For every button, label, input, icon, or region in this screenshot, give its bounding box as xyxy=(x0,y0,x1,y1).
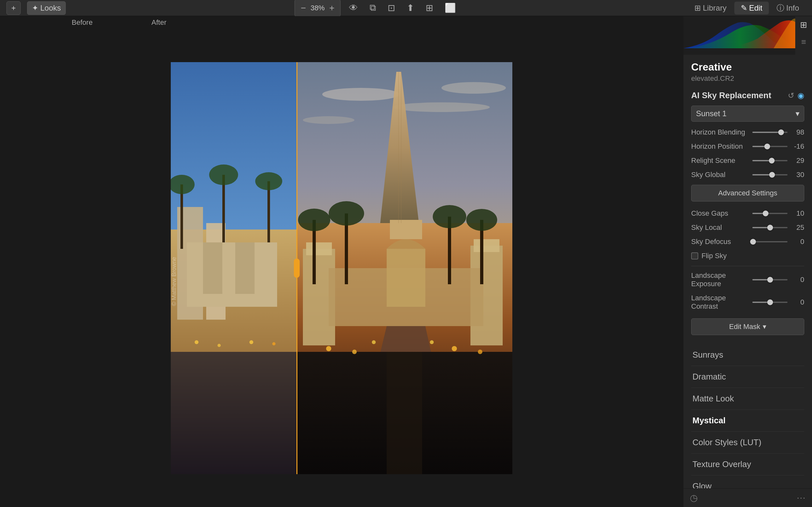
landscape-contrast-track[interactable] xyxy=(752,299,788,305)
svg-rect-44 xyxy=(387,352,422,474)
flip-sky-checkbox[interactable] xyxy=(691,252,698,260)
edit-mask-arrow-icon: ▾ xyxy=(763,323,766,331)
before-after-labels: Before After xyxy=(0,16,683,29)
close-gaps-track[interactable] xyxy=(752,210,788,217)
svg-rect-29 xyxy=(306,242,332,255)
after-photo-svg xyxy=(296,62,512,474)
sky-local-track[interactable] xyxy=(752,224,788,231)
advanced-settings-button[interactable]: Advanced Settings xyxy=(691,185,804,202)
zoom-control[interactable]: − 38% + xyxy=(295,0,341,17)
horizon-blending-row: Horizon Blending 98 xyxy=(691,128,804,136)
flip-sky-row[interactable]: Flip Sky xyxy=(691,252,804,260)
sky-dropdown-label: Sunset 1 xyxy=(696,109,727,118)
toolbar: + ✦ Looks − 38% + 👁 ⧉ ⊡ ⬆ ⊞ ⬜ ⊞ Library … xyxy=(0,0,812,16)
reset-button[interactable]: ↺ xyxy=(788,91,794,100)
view-button[interactable]: 👁 xyxy=(346,1,361,15)
library-tab[interactable]: ⊞ Library xyxy=(688,2,733,14)
zoom-in-button[interactable]: + xyxy=(326,1,338,15)
add-button[interactable]: + xyxy=(6,1,20,15)
panel-icon-strip: ⊞ ≡ xyxy=(795,16,812,55)
svg-point-39 xyxy=(433,205,466,228)
zoom-value: 38% xyxy=(311,4,325,12)
sky-local-value: 25 xyxy=(790,223,804,232)
creative-item-dramatic[interactable]: Dramatic xyxy=(691,366,804,388)
edit-tab[interactable]: ✎ Edit xyxy=(734,2,769,14)
svg-point-35 xyxy=(298,209,330,231)
relight-scene-value: 29 xyxy=(790,157,804,165)
bottom-icons: ◷ ⋯ xyxy=(683,488,812,507)
edit-mask-button[interactable]: Edit Mask ▾ xyxy=(691,318,804,335)
landscape-exposure-track[interactable] xyxy=(752,277,788,283)
svg-point-20 xyxy=(393,102,490,112)
sky-defocus-row: Sky Defocus 0 xyxy=(691,237,804,246)
zoom-out-button[interactable]: − xyxy=(297,1,309,15)
photo-area: Before After xyxy=(0,16,683,507)
close-gaps-label: Close Gaps xyxy=(691,209,752,218)
sky-global-label: Sky Global xyxy=(691,171,752,179)
before-label: Before xyxy=(19,18,145,27)
svg-point-15 xyxy=(217,344,221,347)
svg-rect-25 xyxy=(390,220,422,239)
horizon-position-track[interactable] xyxy=(752,143,788,150)
compare-button[interactable]: ⧉ xyxy=(366,1,379,15)
horizon-blending-track[interactable] xyxy=(752,129,788,135)
after-label: After xyxy=(145,18,166,27)
svg-point-49 xyxy=(372,340,376,344)
sky-defocus-track[interactable] xyxy=(752,238,788,245)
sky-global-row: Sky Global 30 xyxy=(691,171,804,179)
share-button[interactable]: ⬆ xyxy=(403,1,417,15)
creative-item-matte-look[interactable]: Matte Look xyxy=(691,388,804,410)
sky-dropdown[interactable]: Sunset 1 ▾ xyxy=(691,106,804,122)
sky-local-row: Sky Local 25 xyxy=(691,223,804,232)
info-icon: ⓘ xyxy=(776,3,784,13)
feature-controls: ↺ ◉ xyxy=(788,91,804,100)
svg-point-16 xyxy=(249,340,253,344)
sky-defocus-value: 0 xyxy=(790,237,804,246)
svg-rect-10 xyxy=(187,242,277,307)
creative-item-mystical[interactable]: Mystical xyxy=(691,410,804,432)
svg-rect-11 xyxy=(203,242,222,294)
info-tab[interactable]: ⓘ Info xyxy=(770,1,806,15)
crop-button[interactable]: ⊡ xyxy=(385,1,398,15)
svg-point-45 xyxy=(326,346,331,351)
sky-local-label: Sky Local xyxy=(691,223,752,232)
before-photo-svg xyxy=(171,62,296,474)
edit-label: Edit xyxy=(749,4,762,12)
advanced-settings-label: Advanced Settings xyxy=(718,189,777,197)
creative-item-color-styles[interactable]: Color Styles (LUT) xyxy=(691,432,804,454)
horizon-position-label: Horizon Position xyxy=(691,142,752,151)
histogram-area: ⊞ ≡ xyxy=(683,16,812,55)
svg-point-17 xyxy=(272,342,275,345)
sliders-icon[interactable]: ≡ xyxy=(801,37,806,47)
relight-scene-track[interactable] xyxy=(752,157,788,164)
svg-rect-12 xyxy=(235,242,255,294)
divider-1 xyxy=(691,266,804,266)
sky-defocus-label: Sky Defocus xyxy=(691,237,752,246)
toggle-button[interactable]: ◉ xyxy=(798,91,804,100)
photo-container[interactable]: © Matthew Browne xyxy=(0,29,683,507)
history-icon[interactable]: ◷ xyxy=(690,493,698,503)
split-handle[interactable] xyxy=(294,259,300,278)
creative-item-glow[interactable]: Glow xyxy=(691,475,804,488)
more-icon[interactable]: ⋯ xyxy=(797,493,806,503)
sky-global-track[interactable] xyxy=(752,172,788,178)
creative-list: Sunrays Dramatic Matte Look Mystical Col… xyxy=(691,344,804,488)
panel-content: Creative elevated.CR2 AI Sky Replacement… xyxy=(683,55,812,488)
dropdown-arrow-icon: ▾ xyxy=(796,109,800,118)
svg-point-46 xyxy=(352,350,357,354)
file-name: elevated.CR2 xyxy=(691,74,804,83)
svg-rect-8 xyxy=(267,181,270,249)
svg-rect-31 xyxy=(474,239,499,252)
svg-point-14 xyxy=(195,340,199,344)
landscape-exposure-label: Landscape Exposure xyxy=(691,271,752,288)
grid-button[interactable]: ⊞ xyxy=(422,1,436,15)
looks-icon: ✦ xyxy=(32,4,38,12)
creative-item-texture-overlay[interactable]: Texture Overlay xyxy=(691,454,804,475)
relight-scene-row: Relight Scene 29 xyxy=(691,157,804,165)
looks-button[interactable]: ✦ Looks xyxy=(27,1,66,15)
layers-icon[interactable]: ⊞ xyxy=(800,20,807,30)
right-panel: ⊞ ≡ Creative elevated.CR2 AI Sky Replace… xyxy=(683,16,812,507)
creative-item-sunrays[interactable]: Sunrays xyxy=(691,344,804,366)
window-button[interactable]: ⬜ xyxy=(442,1,459,15)
svg-point-21 xyxy=(303,116,354,124)
